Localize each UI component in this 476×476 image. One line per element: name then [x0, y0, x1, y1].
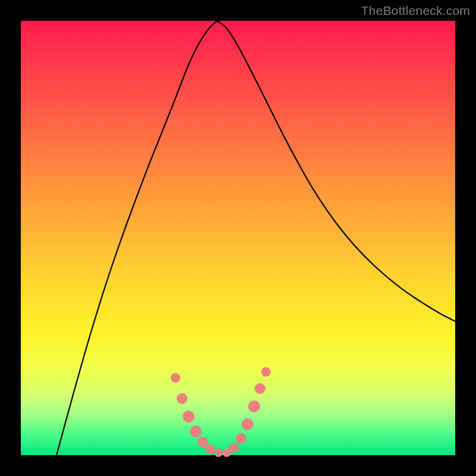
chart-stage: TheBottleneck.com [0, 0, 476, 476]
marker-point [261, 367, 271, 377]
left-curve [57, 21, 217, 455]
plot-area [21, 21, 455, 455]
marker-point [236, 433, 246, 444]
marker-point [255, 383, 265, 394]
marker-point [248, 400, 260, 412]
marker-point [205, 444, 215, 454]
marker-point [190, 425, 202, 437]
marker-point [183, 411, 195, 422]
marker-point [198, 437, 208, 447]
marker-point [177, 393, 187, 404]
marker-point [229, 443, 239, 453]
right-curve [217, 21, 455, 321]
marker-point [214, 449, 223, 457]
watermark-text: TheBottleneck.com [361, 4, 470, 18]
marker-point [171, 373, 180, 383]
marker-point [242, 418, 253, 430]
highlight-markers [171, 367, 271, 457]
curve-layer [21, 21, 455, 455]
